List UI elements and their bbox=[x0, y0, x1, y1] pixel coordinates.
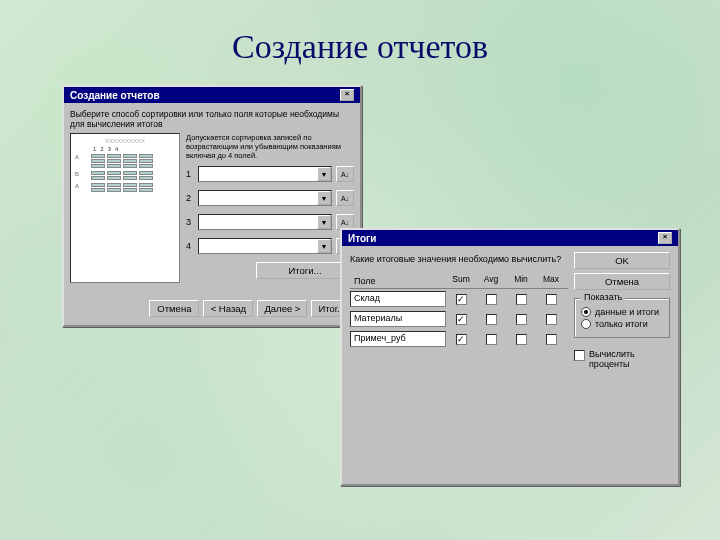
chevron-down-icon[interactable]: ▼ bbox=[317, 191, 331, 205]
chevron-down-icon[interactable]: ▼ bbox=[317, 239, 331, 253]
radio-data-and-totals[interactable] bbox=[581, 307, 591, 317]
wizard-instruction: Выберите способ сортировки или только по… bbox=[70, 109, 354, 129]
titlebar-wizard[interactable]: Создание отчетов × bbox=[64, 87, 360, 103]
sort-num-1: 1 bbox=[186, 169, 194, 179]
window-report-wizard: Создание отчетов × Выберите способ сорти… bbox=[62, 85, 362, 327]
report-preview: XXXXXXXXXX 1 2 3 4 А Б bbox=[70, 133, 180, 283]
close-icon[interactable]: × bbox=[658, 232, 672, 244]
checkbox[interactable]: ✓ bbox=[456, 314, 467, 325]
checkbox[interactable] bbox=[516, 294, 527, 305]
sort-num-2: 2 bbox=[186, 193, 194, 203]
checkbox[interactable] bbox=[486, 294, 497, 305]
table-row: Примеч_руб ✓ bbox=[350, 329, 568, 349]
sort-combo-1[interactable]: ▼ bbox=[198, 166, 332, 182]
wizard-sub-instruction: Допускается сортировка записей по возрас… bbox=[186, 133, 354, 160]
checkbox[interactable]: ✓ bbox=[456, 334, 467, 345]
fields-table: Поле Sum Avg Min Max Склад ✓ Материал bbox=[350, 274, 568, 349]
radio-label: только итоги bbox=[595, 319, 648, 329]
sort-combo-4[interactable]: ▼ bbox=[198, 238, 332, 254]
field-name: Материалы bbox=[350, 311, 446, 327]
checkbox[interactable] bbox=[546, 294, 557, 305]
ok-button[interactable]: OK bbox=[574, 252, 670, 269]
titlebar-itogi[interactable]: Итоги × bbox=[342, 230, 678, 246]
col-max: Max bbox=[536, 274, 566, 288]
sort-asc-icon[interactable]: A↓ bbox=[336, 190, 354, 206]
cancel-button[interactable]: Отмена bbox=[574, 273, 670, 290]
checkbox[interactable] bbox=[546, 334, 557, 345]
sort-combo-3[interactable]: ▼ bbox=[198, 214, 332, 230]
table-head-field: Поле bbox=[350, 274, 446, 288]
group-legend: Показать bbox=[581, 292, 625, 302]
field-name: Примеч_руб bbox=[350, 331, 446, 347]
chevron-down-icon[interactable]: ▼ bbox=[317, 167, 331, 181]
window-itogi: Итоги × Какие итоговые значения необходи… bbox=[340, 228, 680, 486]
cancel-button[interactable]: Отмена bbox=[149, 300, 199, 317]
percent-checkbox[interactable] bbox=[574, 350, 585, 361]
col-min: Min bbox=[506, 274, 536, 288]
radio-totals-only[interactable] bbox=[581, 319, 591, 329]
close-icon[interactable]: × bbox=[340, 89, 354, 101]
next-button[interactable]: Далее > bbox=[257, 300, 307, 317]
show-group: Показать данные и итоги только итоги bbox=[574, 298, 670, 338]
checkbox[interactable] bbox=[546, 314, 557, 325]
slide-title: Создание отчетов bbox=[0, 28, 720, 66]
col-sum: Sum bbox=[446, 274, 476, 288]
radio-label: данные и итоги bbox=[595, 307, 659, 317]
col-avg: Avg bbox=[476, 274, 506, 288]
chevron-down-icon[interactable]: ▼ bbox=[317, 215, 331, 229]
checkbox[interactable] bbox=[516, 314, 527, 325]
table-row: Материалы ✓ bbox=[350, 309, 568, 329]
sort-num-4: 4 bbox=[186, 241, 194, 251]
sort-combo-2[interactable]: ▼ bbox=[198, 190, 332, 206]
checkbox[interactable] bbox=[516, 334, 527, 345]
checkbox[interactable] bbox=[486, 334, 497, 345]
window-title: Итоги bbox=[348, 233, 376, 244]
sort-asc-icon[interactable]: A↓ bbox=[336, 166, 354, 182]
window-title: Создание отчетов bbox=[70, 90, 160, 101]
checkbox[interactable] bbox=[486, 314, 497, 325]
back-button[interactable]: < Назад bbox=[203, 300, 253, 317]
table-row: Склад ✓ bbox=[350, 289, 568, 309]
checkbox[interactable]: ✓ bbox=[456, 294, 467, 305]
field-name: Склад bbox=[350, 291, 446, 307]
percent-label: Вычислить проценты bbox=[589, 350, 670, 370]
sort-num-3: 3 bbox=[186, 217, 194, 227]
